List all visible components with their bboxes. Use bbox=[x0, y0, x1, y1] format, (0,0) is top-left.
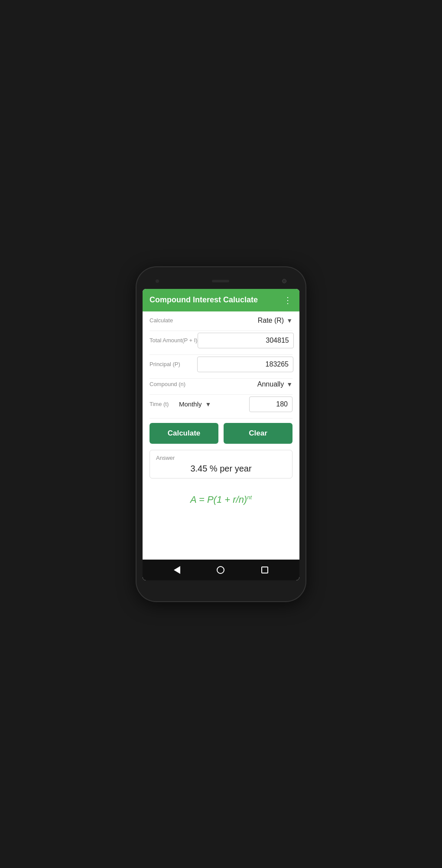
phone-bottom-bar bbox=[143, 560, 299, 580]
calculate-dropdown-label: Rate (R) bbox=[258, 317, 284, 324]
menu-icon[interactable]: ⋮ bbox=[283, 295, 292, 305]
phone-screen: Compound Interest Caluclate ⋮ Calculate … bbox=[143, 289, 299, 580]
principal-label: Principal (P) bbox=[150, 361, 197, 367]
phone-speaker bbox=[212, 280, 229, 282]
time-row: Time (t) Monthly ▼ bbox=[150, 396, 292, 412]
formula-section: A = P(1 + r/n)nt bbox=[150, 485, 292, 514]
recents-button[interactable] bbox=[261, 567, 268, 573]
principal-row: Principal (P) bbox=[150, 357, 292, 372]
phone-device: Compound Interest Caluclate ⋮ Calculate … bbox=[136, 267, 306, 601]
phone-sensor bbox=[156, 279, 159, 283]
divider-5 bbox=[150, 418, 292, 419]
calculate-dropdown-arrow: ▼ bbox=[286, 317, 292, 324]
principal-input[interactable] bbox=[197, 357, 293, 372]
time-dropdown-label: Monthly bbox=[179, 400, 202, 408]
calculate-dropdown-container[interactable]: Rate (R) ▼ bbox=[197, 317, 292, 324]
app-title: Compound Interest Caluclate bbox=[150, 295, 258, 305]
back-button[interactable] bbox=[174, 566, 180, 574]
phone-top-bar bbox=[143, 275, 299, 287]
compound-label: Compound (n) bbox=[150, 381, 197, 387]
formula-superscript: nt bbox=[247, 494, 252, 501]
formula-text: A = P(1 + r/n)nt bbox=[190, 494, 252, 505]
total-amount-input[interactable] bbox=[198, 333, 294, 348]
buttons-row: Calculate Clear bbox=[150, 423, 292, 444]
total-amount-row: Total Amount(P + I) bbox=[150, 333, 292, 348]
total-amount-label: Total Amount(P + I) bbox=[150, 337, 198, 344]
app-content: Calculate Rate (R) ▼ Total Amount(P + I)… bbox=[143, 311, 299, 560]
compound-dropdown-label: Annually bbox=[257, 380, 284, 388]
compound-row: Compound (n) Annually ▼ bbox=[150, 380, 292, 388]
formula-main: A = P(1 + r/n) bbox=[190, 494, 247, 505]
app-header: Compound Interest Caluclate ⋮ bbox=[143, 289, 299, 311]
divider-4 bbox=[150, 394, 292, 395]
phone-camera bbox=[282, 279, 286, 283]
divider-1 bbox=[150, 331, 292, 331]
time-input[interactable] bbox=[249, 396, 292, 412]
calculate-row: Calculate Rate (R) ▼ bbox=[150, 317, 292, 324]
answer-label: Answer bbox=[156, 455, 286, 461]
recents-square-icon bbox=[261, 567, 268, 573]
calculate-button[interactable]: Calculate bbox=[150, 423, 218, 444]
back-triangle-icon bbox=[174, 566, 180, 574]
calculate-label: Calculate bbox=[150, 317, 197, 324]
answer-box: Answer 3.45 % per year bbox=[150, 450, 292, 478]
clear-button[interactable]: Clear bbox=[224, 423, 292, 444]
home-button[interactable] bbox=[217, 566, 224, 574]
time-label: Time (t) bbox=[150, 401, 176, 407]
time-dropdown-container[interactable]: Monthly ▼ bbox=[179, 400, 211, 408]
answer-value: 3.45 % per year bbox=[156, 464, 286, 474]
home-circle-icon bbox=[217, 566, 224, 574]
compound-dropdown-arrow: ▼ bbox=[286, 381, 292, 388]
time-dropdown-arrow: ▼ bbox=[205, 401, 211, 408]
divider-3 bbox=[150, 378, 292, 379]
divider-2 bbox=[150, 354, 292, 355]
compound-dropdown-container[interactable]: Annually ▼ bbox=[197, 380, 292, 388]
